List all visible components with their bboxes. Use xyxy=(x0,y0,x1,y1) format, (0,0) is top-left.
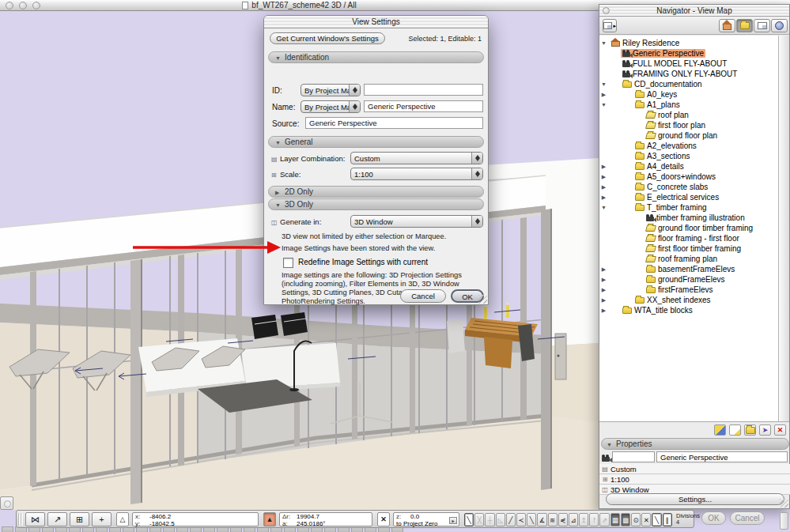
snap-option-icon[interactable]: ╱ xyxy=(506,513,516,526)
tree-item[interactable]: ▶C_concrete slabs xyxy=(599,182,780,192)
disclosure-right-icon[interactable]: ▶ xyxy=(599,287,608,293)
xy-coordinate-box[interactable]: x:-8406.2 y:-18042.5 xyxy=(132,512,259,526)
layout-book-button[interactable] xyxy=(754,19,770,32)
tree-item[interactable]: ▶A4_details xyxy=(599,161,780,172)
get-current-settings-button[interactable]: Get Current Window's Settings xyxy=(270,32,385,44)
canvas-scroll-corner[interactable] xyxy=(0,496,13,510)
name-mode-popup[interactable]: By Project Map xyxy=(301,100,361,113)
tree-item[interactable]: first floor plan xyxy=(599,120,780,130)
layer-combination-popup[interactable]: Custom xyxy=(350,152,483,164)
section-2d-only[interactable]: 2D Only xyxy=(268,186,484,198)
tree-item[interactable]: ▶basementFrameElevs xyxy=(599,264,780,274)
id-mode-popup[interactable]: By Project Map xyxy=(301,84,361,96)
tree-item[interactable]: ▶A0_keys xyxy=(599,89,780,100)
disclosure-down-icon[interactable]: ▼ xyxy=(599,102,608,108)
tree-item[interactable]: ▼A1_plans xyxy=(599,100,780,110)
navigator-titlebar[interactable]: Navigator - View Map xyxy=(599,5,789,17)
settings-button[interactable]: Settings... xyxy=(606,493,784,505)
redefine-image-settings-checkbox[interactable] xyxy=(283,258,293,268)
tree-item[interactable]: ▶XX_sheet indexes xyxy=(599,295,780,305)
snap-option-icon[interactable]: ▩ xyxy=(621,513,630,526)
snap-option-icon[interactable]: ∥ xyxy=(663,513,672,526)
project-map-button[interactable] xyxy=(719,19,735,32)
disclosure-down-icon[interactable] xyxy=(607,440,616,450)
name-field[interactable]: Generic Perspective xyxy=(364,100,483,112)
tree-item[interactable]: ▶firstFrameElevs xyxy=(599,285,780,295)
tree-item[interactable]: ▶groundFrameElevs xyxy=(599,274,780,285)
z-reference-popup-icon[interactable]: ▸ xyxy=(449,517,457,524)
section-general[interactable]: General xyxy=(268,136,484,148)
snap-option-icon[interactable]: ▦ xyxy=(610,513,620,526)
confirm-ok-button[interactable]: OK xyxy=(701,511,726,525)
snap-option-icon[interactable]: ⋞ xyxy=(558,513,568,526)
property-id-field[interactable] xyxy=(612,451,655,462)
relative-delta-toggle[interactable]: ▲ xyxy=(263,512,276,526)
palette-resize-grip[interactable] xyxy=(780,499,788,507)
source-field[interactable]: Generic Perspective xyxy=(305,117,483,129)
snap-option-icon[interactable]: ╳ xyxy=(474,513,484,526)
snap-option-icon[interactable]: ✕ xyxy=(641,513,651,526)
tree-item[interactable]: ground floor timber framing xyxy=(599,223,780,233)
scale-popup[interactable]: 1:100 xyxy=(350,168,483,180)
property-name-field[interactable]: Generic Perspective xyxy=(656,451,788,462)
section-identification[interactable]: Identification xyxy=(268,51,484,63)
disclosure-right-icon[interactable]: ▶ xyxy=(599,297,608,304)
marquee-tool-icon[interactable]: ⋈ xyxy=(25,512,45,526)
disclosure-right-icon[interactable] xyxy=(275,187,285,198)
z-coordinate-box[interactable]: z:0.0 to Project Zero ▸ xyxy=(393,512,459,526)
disclosure-right-icon[interactable]: ▶ xyxy=(599,184,608,191)
tree-item[interactable]: first floor timber framing xyxy=(599,243,780,254)
snap-option-icon[interactable]: ┼ xyxy=(485,513,494,526)
disclosure-down-icon[interactable]: ▼ xyxy=(599,205,608,210)
dialog-resize-grip[interactable] xyxy=(478,295,487,304)
cancel-button[interactable]: Cancel xyxy=(400,289,446,303)
disclosure-down-icon[interactable]: ▼ xyxy=(599,81,608,87)
tree-item[interactable]: ground floor plan xyxy=(599,130,780,141)
snap-option-icon[interactable]: ≋ xyxy=(548,513,558,526)
dialog-title[interactable]: View Settings xyxy=(264,16,488,28)
tree-item[interactable]: ▶A5_doors+windows xyxy=(599,172,780,182)
tree-item[interactable]: floor framing - first floor xyxy=(599,233,780,243)
vector-input-icon[interactable]: ↗ xyxy=(47,512,67,526)
origin-tool-icon[interactable]: + xyxy=(92,512,112,526)
tree-item[interactable]: ▼CD_documentation xyxy=(599,79,780,89)
scale-row[interactable]: ⊞1:100 xyxy=(599,474,790,485)
disclosure-down-icon[interactable]: ▼ xyxy=(599,40,608,46)
snap-option-icon[interactable]: ↥ xyxy=(579,513,588,526)
id-field[interactable] xyxy=(364,84,483,96)
navigator-scrollbar[interactable] xyxy=(778,36,789,422)
tree-item[interactable]: FRAMING ONLY FLY-ABOUT xyxy=(599,69,780,79)
tree-item[interactable]: ▼T_timber framing xyxy=(599,202,780,213)
snap-option-icon[interactable]: ◺ xyxy=(496,513,505,526)
right-scrollbar-stub[interactable] xyxy=(780,512,788,530)
tree-item[interactable]: A3_sections xyxy=(599,151,780,161)
tree-item[interactable]: ▶E_electrical services xyxy=(599,192,780,202)
disclosure-right-icon[interactable]: ▶ xyxy=(599,174,608,180)
grid-snap-icon[interactable]: ⊞ xyxy=(70,512,89,526)
snap-option-icon[interactable]: ⊿ xyxy=(569,513,578,526)
tree-item[interactable]: timber framing illustration xyxy=(599,213,780,223)
disclosure-right-icon[interactable]: ▶ xyxy=(599,164,608,170)
disclosure-right-icon[interactable]: ▶ xyxy=(599,194,608,201)
disclosure-down-icon[interactable] xyxy=(275,200,285,210)
view-map-button[interactable] xyxy=(736,19,753,32)
disclosure-down-icon[interactable] xyxy=(275,53,285,63)
tree-item[interactable]: ▼Riley Residence xyxy=(599,38,780,48)
publisher-button[interactable] xyxy=(771,19,788,32)
toolbar-drag-handle[interactable] xyxy=(18,513,23,526)
disclosure-right-icon[interactable]: ▶ xyxy=(599,277,608,283)
properties-header[interactable]: Properties xyxy=(601,438,789,450)
tree-item[interactable]: roof plan xyxy=(599,110,780,120)
tree-item[interactable]: ▶WTA_title blocks xyxy=(599,305,780,315)
z-toggle[interactable]: ✕ xyxy=(377,512,390,526)
disclosure-down-icon[interactable] xyxy=(275,138,285,148)
snap-option-icon[interactable]: ∡ xyxy=(537,513,546,526)
disclosure-right-icon[interactable]: ▶ xyxy=(599,308,608,314)
snap-option-icon[interactable]: ╲ xyxy=(652,513,661,526)
confirm-cancel-button[interactable]: Cancel xyxy=(730,511,765,525)
close-palette-icon[interactable] xyxy=(603,7,610,14)
tree-item[interactable]: roof framing plan xyxy=(599,254,780,264)
snap-option-icon[interactable]: ⊙ xyxy=(631,513,641,526)
snap-option-icon[interactable]: ⇗ xyxy=(599,513,609,526)
open-settings-button[interactable]: ➤ xyxy=(759,424,771,436)
